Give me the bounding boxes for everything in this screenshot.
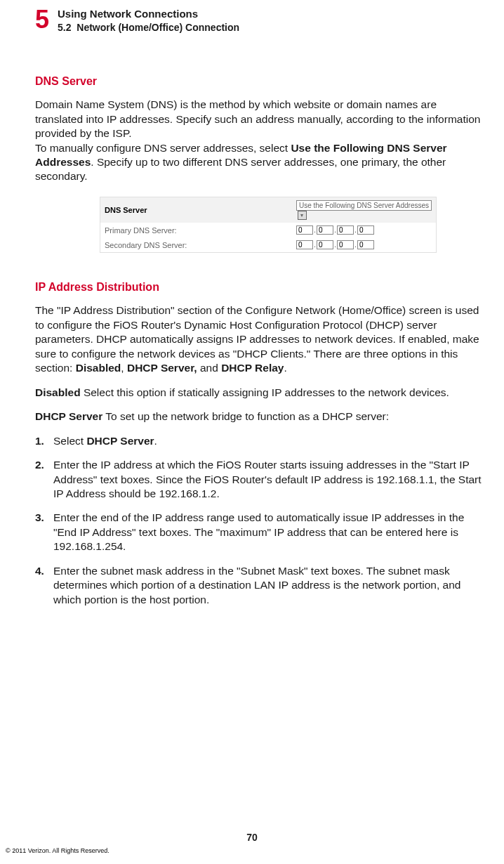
ipdist-intro: The "IP Address Distribution" section of… — [35, 303, 484, 375]
text: and — [197, 362, 221, 374]
secondary-dns-label: Secondary DNS Server: — [100, 237, 292, 252]
step-4: 4. Enter the subnet mask address in the … — [35, 564, 484, 607]
step-text: Select DHCP Server. — [53, 434, 157, 448]
ip-octet-input[interactable]: 0 — [337, 240, 354, 249]
step-number: 4. — [35, 564, 53, 607]
chapter-title: Using Network Connections — [58, 7, 239, 21]
figure-select-cell[interactable]: Use the Following DNS Server Addresses▾ — [292, 197, 436, 223]
dns-paragraph-2: To manually configure DNS server address… — [35, 141, 484, 184]
ipdist-heading: IP Address Distribution — [35, 281, 484, 294]
dhcp-steps: 1. Select DHCP Server. 2. Enter the IP a… — [35, 434, 484, 608]
dns-paragraph-1: Domain Name System (DNS) is the method b… — [35, 98, 484, 140]
step-number: 3. — [35, 511, 53, 554]
text: . — [154, 435, 157, 447]
page-number: 70 — [0, 832, 504, 843]
option-dhcp-relay: DHCP Relay — [221, 362, 284, 374]
step-2: 2. Enter the IP address at which the FiO… — [35, 458, 484, 501]
section-title: Network (Home/Office) Connection — [77, 22, 239, 33]
ip-octet-input[interactable]: 0 — [317, 240, 333, 249]
primary-dns-label: Primary DNS Server: — [100, 223, 292, 237]
step-text: Enter the subnet mask address in the "Su… — [53, 564, 484, 607]
text: Select this option if statically assigni… — [81, 386, 449, 398]
disabled-label: Disabled — [35, 386, 81, 398]
chevron-down-icon[interactable]: ▾ — [298, 211, 307, 220]
dns-server-figure: DNS Server Use the Following DNS Server … — [100, 197, 437, 254]
ip-octet-input[interactable]: 0 — [296, 240, 313, 249]
step-number: 1. — [35, 434, 53, 448]
ip-octet-input[interactable]: 0 — [337, 225, 354, 235]
step-1: 1. Select DHCP Server. — [35, 434, 484, 448]
page-header: 5 Using Network Connections 5.2 Network … — [35, 7, 484, 34]
chapter-number: 5 — [35, 7, 48, 32]
disabled-paragraph: Disabled Select this option if staticall… — [35, 386, 484, 400]
section-number: 5.2 — [58, 22, 71, 33]
dhcp-server-label: DHCP Server — [35, 410, 102, 422]
secondary-dns-value: 0.0.0.0 — [292, 237, 436, 252]
text: To manually configure DNS server address… — [35, 142, 291, 154]
copyright: © 2011 Verizon. All Rights Reserved. — [6, 847, 110, 854]
figure-header-label: DNS Server — [100, 197, 292, 223]
option-dhcp-server: DHCP Server, — [127, 362, 197, 374]
ip-octet-input[interactable]: 0 — [357, 240, 374, 249]
text: . Specify up to two different DNS server… — [35, 156, 446, 182]
dns-heading: DNS Server — [35, 75, 484, 88]
section-line: 5.2 Network (Home/Office) Connection — [58, 21, 239, 34]
step-text: Enter the IP address at which the FiOS R… — [53, 458, 484, 501]
step-text: Enter the end of the IP address range us… — [53, 511, 484, 554]
text: . — [284, 362, 286, 374]
ip-octet-input[interactable]: 0 — [357, 225, 374, 235]
ip-octet-input[interactable]: 0 — [317, 225, 333, 235]
primary-dns-value: 0.0.0.0 — [292, 223, 436, 237]
option-disabled: Disabled — [76, 362, 121, 374]
step-3: 3. Enter the end of the IP address range… — [35, 511, 484, 554]
text: , — [121, 362, 127, 374]
text: To set up the network bridge to function… — [102, 410, 389, 422]
dhcp-server-paragraph: DHCP Server To set up the network bridge… — [35, 410, 484, 424]
ip-octet-input[interactable]: 0 — [296, 225, 313, 235]
dns-mode-select[interactable]: Use the Following DNS Server Addresses — [296, 200, 432, 211]
step-number: 2. — [35, 458, 53, 501]
step-bold: DHCP Server — [86, 435, 154, 447]
text: Select — [53, 435, 86, 447]
